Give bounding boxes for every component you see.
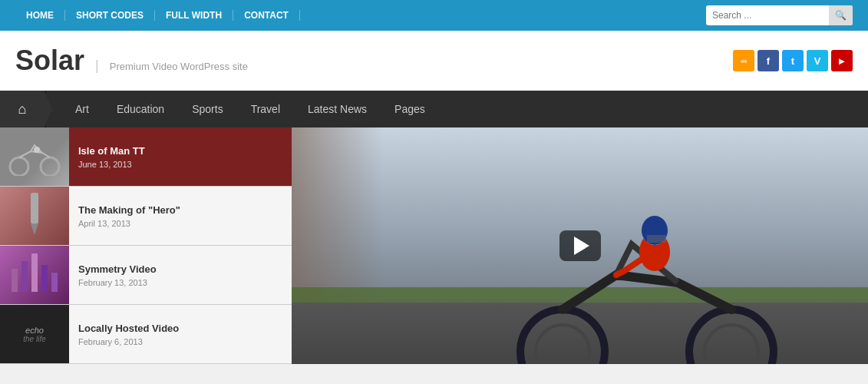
nav-pages[interactable]: Pages <box>381 91 439 127</box>
play-icon <box>574 237 589 255</box>
top-nav-links: HOME SHORT CODES FULL WIDTH CONTACT <box>15 10 300 21</box>
sidebar-info-1: Isle of Man TT June 13, 2013 <box>69 139 292 175</box>
site-header: Solar | Premium Video WordPress site ⎓ f… <box>0 31 868 91</box>
social-icons: ⎓ f t V ► <box>733 50 853 71</box>
sidebar-item-isle-of-man[interactable]: Isle of Man TT June 13, 2013 <box>0 127 292 187</box>
facebook-icon[interactable]: f <box>757 50 779 71</box>
sidebar: Isle of Man TT June 13, 2013 The Making … <box>0 127 292 364</box>
nav-latest-news[interactable]: Latest News <box>294 91 381 127</box>
nav-contact[interactable]: CONTACT <box>233 10 300 21</box>
sidebar-thumb-1 <box>0 127 69 186</box>
logo-name: Solar <box>15 45 84 77</box>
sidebar-thumb-3 <box>0 246 69 304</box>
sidebar-title-2: The Making of "Hero" <box>78 204 282 216</box>
sidebar-date-1: June 13, 2013 <box>78 160 282 169</box>
nav-travel[interactable]: Travel <box>237 91 294 127</box>
nav-education[interactable]: Education <box>103 91 178 127</box>
sidebar-item-symmetry-video[interactable]: Symmetry Video February 13, 2013 <box>0 246 292 305</box>
echo-thumbnail: echo the life <box>0 305 69 363</box>
sidebar-title-4: Locally Hosted Video <box>78 323 282 334</box>
top-nav: HOME SHORT CODES FULL WIDTH CONTACT 🔍 <box>0 0 868 31</box>
sidebar-thumb-2 <box>0 187 69 245</box>
svg-point-1 <box>41 157 59 176</box>
nav-art[interactable]: Art <box>61 91 103 127</box>
sidebar-info-4: Locally Hosted Video February 6, 2013 <box>69 316 292 353</box>
svg-point-0 <box>10 157 28 176</box>
sidebar-info-2: The Making of "Hero" April 13, 2013 <box>69 198 292 234</box>
search-box: 🔍 <box>706 5 853 25</box>
svg-rect-6 <box>21 261 28 292</box>
svg-rect-3 <box>31 193 38 223</box>
vimeo-icon[interactable]: V <box>807 50 828 71</box>
sidebar-title-3: Symmetry Video <box>78 263 282 275</box>
sidebar-item-making-of-hero[interactable]: The Making of "Hero" April 13, 2013 <box>0 187 292 246</box>
sidebar-title-1: Isle of Man TT <box>78 145 282 157</box>
sidebar-item-locally-hosted[interactable]: echo the life Locally Hosted Video Febru… <box>0 305 292 364</box>
symmetry-thumbnail <box>0 246 69 304</box>
rss-icon[interactable]: ⎓ <box>733 50 754 71</box>
sidebar-date-2: April 13, 2013 <box>78 219 282 228</box>
main-video[interactable] <box>292 127 868 364</box>
home-button[interactable]: ⌂ <box>0 91 46 127</box>
svg-rect-9 <box>51 273 58 292</box>
sidebar-date-3: February 13, 2013 <box>78 278 282 287</box>
nav-short-codes[interactable]: SHORT CODES <box>65 10 155 21</box>
drill-thumbnail <box>0 187 69 245</box>
search-input[interactable] <box>706 10 829 21</box>
content-area: Isle of Man TT June 13, 2013 The Making … <box>0 127 868 364</box>
nav-home[interactable]: HOME <box>15 10 65 21</box>
sidebar-info-3: Symmetry Video February 13, 2013 <box>69 257 292 293</box>
svg-rect-8 <box>41 265 48 292</box>
svg-point-2 <box>34 147 40 153</box>
svg-marker-4 <box>31 223 38 235</box>
sidebar-date-4: February 6, 2013 <box>78 337 282 346</box>
sidebar-thumb-4: echo the life <box>0 305 69 363</box>
play-button-overlay <box>292 127 868 364</box>
youtube-icon[interactable]: ► <box>831 50 853 71</box>
site-logo: Solar | Premium Video WordPress site <box>15 45 248 77</box>
twitter-icon[interactable]: t <box>782 50 804 71</box>
secondary-nav: ⌂ Art Education Sports Travel Latest New… <box>0 91 868 127</box>
logo-divider: | <box>95 58 99 74</box>
nav-sports[interactable]: Sports <box>178 91 236 127</box>
play-button[interactable] <box>559 230 601 261</box>
nav-full-width[interactable]: FULL WIDTH <box>155 10 233 21</box>
secondary-nav-links: Art Education Sports Travel Latest News … <box>46 91 439 127</box>
logo-tagline: Premium Video WordPress site <box>110 61 248 72</box>
moto-thumbnail <box>0 127 69 186</box>
svg-rect-5 <box>12 269 18 292</box>
search-button[interactable]: 🔍 <box>829 5 853 25</box>
svg-rect-7 <box>31 253 38 292</box>
home-icon: ⌂ <box>18 101 27 118</box>
